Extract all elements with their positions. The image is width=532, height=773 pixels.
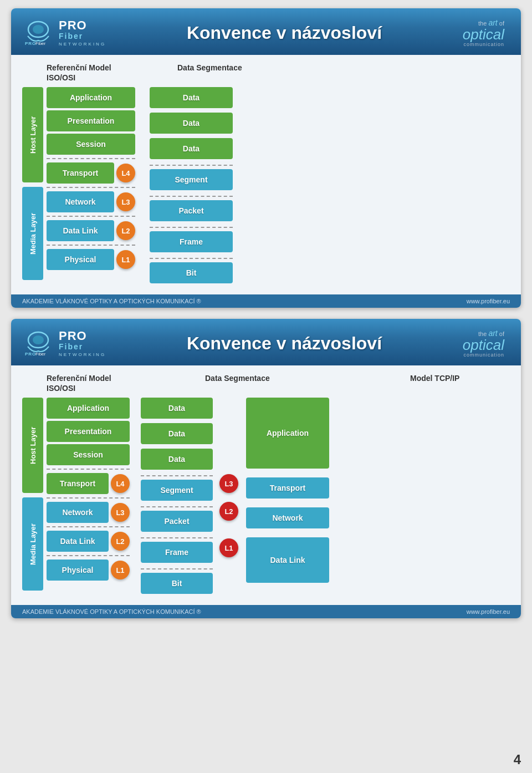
layer-phys-row-s2: Physical L1 [47, 560, 130, 581]
footer-left-s1: AKADEMIE VLÁKNOVÉ OPTIKY A OPTICKÝCH KOM… [22, 298, 201, 304]
data-presentation-s1: Data [150, 113, 233, 134]
logo-pro-s2: PRO [59, 330, 106, 342]
badge-l2-s2: L2 [111, 532, 130, 551]
badge-l4-s2: L4 [111, 474, 130, 493]
data-col-s1: Data Data Data Segment Packet Frame Bit [150, 87, 233, 286]
page-number: 4 [514, 752, 521, 767]
data-col-s2: Data Data Data Segment Packet Frame Bit [141, 398, 213, 596]
layer-trans-row-s2: Transport L4 [47, 473, 130, 494]
tcp-badge-sess-spacer [219, 444, 241, 465]
badge-l2-s1: L2 [116, 221, 135, 240]
layer-network-row-s1: Network L3 [47, 191, 135, 212]
data-dl-s2: Frame [141, 542, 213, 563]
svg-text:PRO: PRO [25, 41, 36, 46]
layer-dl-row-s2: Data Link L2 [47, 531, 130, 552]
data-pres-s2: Data [141, 423, 213, 444]
header-seg-s2: Data Segmentace [205, 373, 406, 393]
header-seg-s1: Data Segmentace [177, 63, 510, 83]
footer-right-s1: www.profiber.eu [467, 298, 510, 304]
logo-text: PRO Fiber NETWORKING [59, 19, 106, 47]
column-headers-s1: Referenční Model ISO/OSI Data Segmentace [22, 63, 510, 83]
badge-l1-s2: L1 [111, 561, 130, 579]
tcp-badge-l2-s2: L2 [219, 502, 238, 521]
header-osi-s2: Referenční Model ISO/OSI [47, 373, 141, 393]
vertical-labels-s2: Host Layer Media Layer [22, 398, 43, 591]
layer-physical-row-s1: Physical L1 [47, 249, 135, 270]
tcp-col-s2: Application Transport Network Data Link [246, 398, 329, 583]
vertical-labels-s1: Host Layer Media Layer [22, 87, 43, 280]
slide-1-body: Referenční Model ISO/OSI Data Segmentace… [11, 55, 521, 294]
tcp-badge-l3-s2: L3 [219, 474, 238, 493]
slide-1-title: Konvence v názvosloví [106, 23, 463, 43]
tcp-application-s2: Application [246, 398, 329, 469]
logo-text-s2: PRO Fiber NETWORKING [59, 330, 106, 357]
layer-net-row-s2: Network L3 [47, 502, 130, 523]
badge-l4-s1: L4 [116, 164, 135, 182]
layers-col-s2: Application Presentation Session Transpo… [47, 398, 130, 581]
badge-l3-s2: L3 [111, 503, 130, 522]
data-app-s2: Data [141, 398, 213, 419]
header-osi-s1: Referenční Model ISO/OSI [47, 63, 141, 83]
tcp-badges-col-s2: L3 L2 L1 [219, 398, 241, 587]
tcp-badge-l1-s2: L1 [219, 538, 238, 557]
column-headers-s2: Referenční Model ISO/OSI Data Segmentace… [22, 373, 510, 393]
layer-sess-s2: Session [47, 444, 130, 465]
slide-1-header: PRO Fiber PRO Fiber NETWORKING Konvence … [11, 8, 521, 55]
media-layer-label-s2: Media Layer [22, 497, 43, 591]
layer-session-s1: Session [47, 134, 135, 155]
pro-fiber-logo-icon: PRO Fiber [22, 18, 54, 47]
data-phys-s2: Bit [141, 573, 213, 594]
logo-fiber-s2: Fiber [59, 342, 106, 351]
osi-table-s1: Host Layer Media Layer Application Prese… [22, 87, 510, 286]
optical-main-s2: optical [463, 338, 504, 352]
optical-brand: the art of optical communication [463, 18, 504, 47]
layer-presentation-s1: Presentation [47, 110, 135, 131]
badge-l1-s1: L1 [116, 250, 135, 269]
logo-area: PRO Fiber PRO Fiber NETWORKING [22, 18, 106, 47]
svg-point-5 [33, 335, 44, 344]
layer-phys-s2: Physical [47, 560, 109, 581]
host-layer-label-s2: Host Layer [22, 398, 43, 493]
optical-brand-s2: the art of optical communication [463, 329, 504, 358]
pro-fiber-logo-icon-s2: PRO Fiber [22, 329, 54, 358]
optical-comm-text: communication [463, 42, 504, 47]
tcp-badge-pres-spacer [219, 421, 241, 442]
logo-networking-s2: NETWORKING [59, 352, 106, 357]
data-net-s2: Packet [141, 511, 213, 532]
tcp-datalink-s2: Data Link [246, 537, 329, 583]
data-network-s1: Packet [150, 200, 233, 221]
layer-net-s2: Network [47, 502, 109, 523]
slide-2-footer: AKADEMIE VLÁKNOVÉ OPTIKY A OPTICKÝCH KOM… [11, 605, 521, 618]
logo-area-s2: PRO Fiber PRO Fiber NETWORKING [22, 329, 106, 358]
data-transport-s1: Segment [150, 169, 233, 190]
footer-left-s2: AKADEMIE VLÁKNOVÉ OPTIKY A OPTICKÝCH KOM… [22, 608, 201, 615]
badge-l3-s1: L3 [116, 192, 135, 211]
data-physical-s1: Bit [150, 262, 233, 283]
slide-2-body: Referenční Model ISO/OSI Data Segmentace… [11, 365, 521, 605]
layer-transport-s1: Transport [47, 162, 114, 184]
layer-datalink-row-s1: Data Link L2 [47, 220, 135, 241]
slide-2-header: PRO Fiber PRO Fiber NETWORKING Konvence … [11, 319, 521, 365]
slide-2-title: Konvence v názvosloví [106, 333, 463, 354]
layers-col-s1: Application Presentation Session Transpo… [47, 87, 135, 270]
data-sess-s2: Data [141, 449, 213, 470]
svg-text:Fiber: Fiber [35, 41, 46, 46]
optical-main-text: optical [463, 27, 504, 42]
layer-trans-s2: Transport [47, 473, 109, 494]
layer-app-s2: Application [47, 398, 130, 419]
footer-right-s2: www.profiber.eu [467, 608, 510, 615]
data-application-s1: Data [150, 87, 233, 108]
layer-network-s1: Network [47, 191, 114, 212]
data-session-s1: Data [150, 138, 233, 159]
svg-text:Fiber: Fiber [35, 352, 46, 357]
optical-comm-s2: communication [463, 352, 504, 358]
header-tcp-s2: Model TCP/IP [410, 373, 510, 393]
slide-1-footer: AKADEMIE VLÁKNOVÉ OPTIKY A OPTICKÝCH KOM… [11, 294, 521, 308]
tcp-badge-app-spacer [219, 398, 241, 419]
host-layer-label-s1: Host Layer [22, 87, 43, 182]
layer-application-s1: Application [47, 87, 135, 108]
media-layer-label-s1: Media Layer [22, 187, 43, 280]
osi-table-s2: Host Layer Media Layer Application Prese… [22, 398, 510, 596]
layer-physical-s1: Physical [47, 249, 114, 270]
layer-datalink-s1: Data Link [47, 220, 114, 241]
